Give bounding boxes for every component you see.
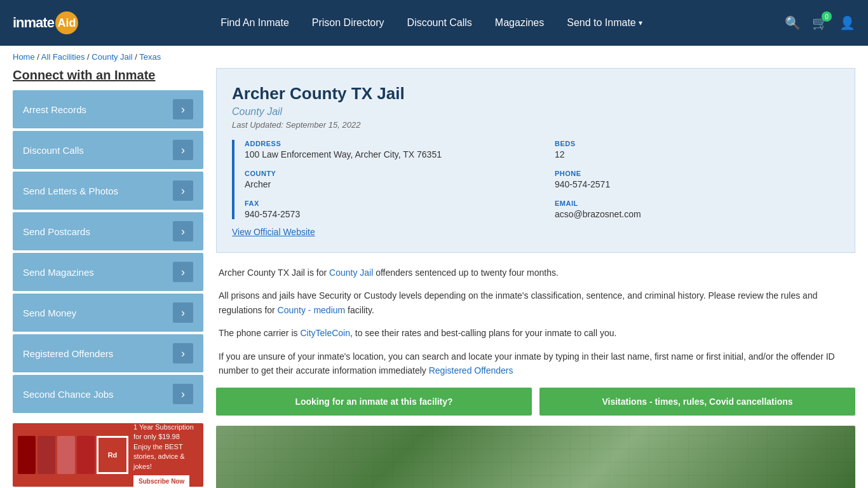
ad-content: Rd 1 Year Subscription for only $19.98 E… [13, 423, 203, 487]
facility-beds-group: BEDS 12 [555, 140, 839, 159]
header-icons: 🔍 🛒 0 👤 [785, 15, 855, 30]
chevron-right-icon: › [173, 262, 193, 282]
breadcrumb-all-facilities[interactable]: All Facilities [41, 52, 85, 62]
ad-logo: Rd [97, 436, 128, 474]
facility-description: Archer County TX Jail is for County Jail… [216, 266, 855, 377]
registered-offenders-link[interactable]: Registered Offenders [429, 365, 513, 376]
county-label: COUNTY [245, 170, 529, 177]
sidebar-item-send-magazines[interactable]: Send Magazines › [13, 253, 203, 291]
facility-address-group: ADDRESS 100 Law Enforcement Way, Archer … [245, 140, 529, 159]
cart-badge: 0 [822, 11, 832, 22]
county-value: Archer [245, 179, 271, 189]
chevron-right-icon: › [173, 343, 193, 363]
facility-aerial-image [216, 426, 855, 488]
nav-send-to-inmate[interactable]: Send to Inmate ▾ [567, 17, 642, 29]
sidebar-item-second-chance-jobs[interactable]: Second Chance Jobs › [13, 375, 203, 413]
sidebar-item-send-money[interactable]: Send Money › [13, 294, 203, 332]
search-icon[interactable]: 🔍 [785, 15, 801, 30]
main-content: Archer County TX Jail County Jail Last U… [216, 68, 855, 488]
phone-label: PHONE [555, 170, 839, 177]
chevron-right-icon: › [173, 384, 193, 404]
nav-magazines[interactable]: Magazines [495, 17, 544, 29]
nav-prison-directory[interactable]: Prison Directory [312, 17, 384, 29]
facility-card: Archer County TX Jail County Jail Last U… [216, 68, 855, 253]
phone-value: 940-574-2571 [555, 179, 610, 189]
nav-discount-calls[interactable]: Discount Calls [407, 17, 472, 29]
county-jail-link[interactable]: County Jail [329, 268, 373, 278]
sidebar-menu: Arrest Records › Discount Calls › Send L… [13, 90, 203, 413]
facility-fax-group: FAX 940-574-2573 [245, 200, 529, 219]
ad-offer: 1 Year Subscription for only $19.98 [133, 423, 198, 442]
sidebar-item-send-letters[interactable]: Send Letters & Photos › [13, 172, 203, 210]
facility-email-group: EMAIL acso@brazosnet.com [555, 200, 839, 219]
breadcrumb-texas[interactable]: Texas [139, 52, 161, 62]
view-website-link[interactable]: View Official Website [232, 227, 839, 237]
ad-book-4 [77, 436, 95, 474]
breadcrumb-home[interactable]: Home [13, 52, 35, 62]
county-medium-link[interactable]: County - medium [278, 305, 346, 315]
find-inmate-button[interactable]: Looking for an inmate at this facility? [216, 388, 532, 416]
sidebar-item-send-postcards[interactable]: Send Postcards › [13, 212, 203, 250]
facility-last-updated: Last Updated: September 15, 2022 [232, 120, 839, 130]
breadcrumb: Home / All Facilities / County Jail / Te… [0, 46, 868, 68]
email-label: EMAIL [555, 200, 839, 207]
facility-county-group: COUNTY Archer [245, 170, 529, 189]
sidebar-title: Connect with an Inmate [13, 68, 203, 83]
desc-p2: All prisons and jails have Security or C… [219, 288, 853, 317]
ad-book-3 [57, 436, 75, 474]
ad-book-1 [18, 436, 36, 474]
citytelecoin-link[interactable]: CityTeleCoin [300, 328, 350, 338]
sidebar: Connect with an Inmate Arrest Records › … [13, 68, 203, 488]
ad-book-2 [37, 436, 55, 474]
chevron-right-icon: › [173, 302, 193, 323]
sidebar-item-discount-calls[interactable]: Discount Calls › [13, 131, 203, 169]
site-header: inmate Aid Find An Inmate Prison Directo… [0, 0, 868, 46]
chevron-right-icon: › [173, 99, 193, 119]
sidebar-item-label: Arrest Records [23, 104, 86, 115]
desc-p4: If you are unsure of your inmate's locat… [219, 349, 853, 378]
logo-icon: Aid [55, 11, 78, 34]
facility-name: Archer County TX Jail [232, 84, 839, 104]
sidebar-item-arrest-records[interactable]: Arrest Records › [13, 90, 203, 128]
ad-text: 1 Year Subscription for only $19.98 Enjo… [133, 423, 198, 487]
fax-label: FAX [245, 200, 529, 207]
email-value: acso@brazosnet.com [555, 209, 641, 219]
sidebar-item-label: Send Postcards [23, 226, 90, 237]
sidebar-item-label: Send Letters & Photos [23, 186, 118, 196]
ad-banner[interactable]: Rd 1 Year Subscription for only $19.98 E… [13, 423, 203, 487]
address-label: ADDRESS [245, 140, 529, 147]
cart-icon[interactable]: 🛒 0 [812, 15, 828, 30]
user-icon[interactable]: 👤 [839, 15, 855, 30]
image-overlay [216, 426, 855, 488]
sidebar-item-label: Discount Calls [23, 145, 84, 156]
ad-subscribe-button[interactable]: Subscribe Now [133, 475, 189, 487]
chevron-right-icon: › [173, 180, 193, 201]
sidebar-item-label: Second Chance Jobs [23, 389, 114, 400]
sidebar-item-label: Send Money [23, 308, 76, 318]
desc-p3: The phone carrier is CityTeleCoin, to se… [219, 326, 853, 340]
nav-find-inmate[interactable]: Find An Inmate [220, 17, 289, 29]
ad-books: Rd [18, 436, 128, 474]
facility-type: County Jail [232, 106, 839, 118]
sidebar-item-registered-offenders[interactable]: Registered Offenders › [13, 334, 203, 372]
logo[interactable]: inmate Aid [13, 11, 78, 34]
beds-label: BEDS [555, 140, 839, 147]
beds-value: 12 [555, 149, 565, 159]
facility-details: ADDRESS 100 Law Enforcement Way, Archer … [232, 140, 839, 219]
logo-text: inmate [13, 15, 54, 31]
sidebar-item-label: Send Magazines [23, 267, 94, 278]
main-nav: Find An Inmate Prison Directory Discount… [78, 17, 785, 29]
address-value: 100 Law Enforcement Way, Archer City, TX… [245, 149, 442, 159]
chevron-right-icon: › [173, 221, 193, 241]
facility-phone-group: PHONE 940-574-2571 [555, 170, 839, 189]
desc-p1: Archer County TX Jail is for County Jail… [219, 266, 853, 280]
fax-value: 940-574-2573 [245, 209, 300, 219]
breadcrumb-county-jail[interactable]: County Jail [92, 52, 132, 62]
visitations-button[interactable]: Visitations - times, rules, Covid cancel… [539, 388, 855, 416]
chevron-down-icon: ▾ [639, 18, 642, 27]
chevron-right-icon: › [173, 140, 193, 160]
sidebar-item-label: Registered Offenders [23, 348, 113, 359]
action-buttons: Looking for an inmate at this facility? … [216, 388, 855, 416]
ad-description: Enjoy the BEST stories, advice & jokes! [133, 442, 198, 471]
main-layout: Connect with an Inmate Arrest Records › … [0, 68, 868, 488]
